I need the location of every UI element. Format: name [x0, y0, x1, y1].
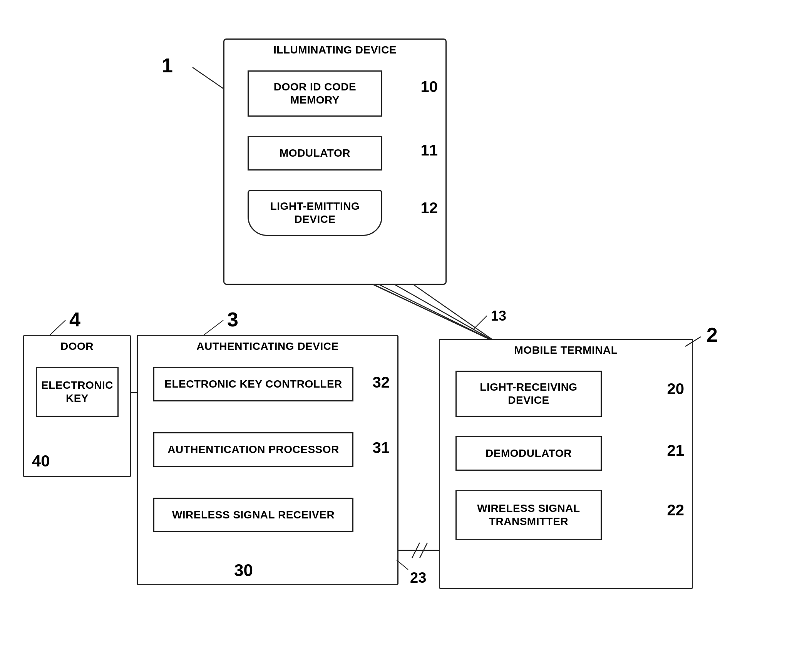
authentication-processor-box: AUTHENTICATION PROCESSOR	[153, 432, 353, 467]
wireless-signal-receiver-box: WIRELESS SIGNAL RECEIVER	[153, 498, 353, 532]
ref-21: 21	[667, 442, 685, 459]
authenticating-device-box: AUTHENTICATING DEVICE ELECTRONIC KEY CON…	[137, 335, 398, 585]
svg-line-26	[474, 316, 487, 329]
door-id-code-memory-box: DOOR ID CODE MEMORY	[248, 70, 382, 117]
svg-line-28	[50, 320, 65, 335]
ref-22: 22	[667, 502, 685, 519]
electronic-key-controller-label: ELECTRONIC KEY CONTROLLER	[164, 378, 342, 391]
ref-23: 23	[410, 570, 426, 586]
ref-40: 40	[32, 452, 50, 470]
door-title: DOOR	[24, 340, 130, 353]
ref-3: 3	[227, 308, 238, 331]
door-id-code-memory-label: DOOR ID CODE MEMORY	[274, 80, 356, 106]
light-emitting-device-box: LIGHT-EMITTING DEVICE	[248, 190, 382, 236]
authentication-processor-label: AUTHENTICATION PROCESSOR	[167, 443, 339, 456]
ref-2: 2	[707, 323, 718, 346]
ref-30: 30	[234, 561, 253, 580]
mobile-terminal-title: MOBILE TERMINAL	[440, 344, 692, 357]
ref-11: 11	[421, 142, 438, 159]
authenticating-device-title: AUTHENTICATING DEVICE	[138, 340, 397, 353]
svg-line-15	[412, 543, 420, 558]
svg-line-16	[420, 543, 427, 558]
demodulator-box: DEMODULATOR	[455, 436, 602, 471]
light-receiving-device-label: LIGHT-RECEIVING DEVICE	[480, 381, 577, 406]
illuminating-device-title: ILLUMINATING DEVICE	[224, 43, 445, 57]
ref-1: 1	[162, 54, 173, 77]
ref-32: 32	[373, 374, 390, 391]
wireless-signal-transmitter-label: WIRELESS SIGNAL TRANSMITTER	[477, 502, 580, 528]
ref-13: 13	[491, 308, 506, 324]
door-box: DOOR ELECTRONIC KEY 40	[23, 335, 131, 477]
ref-31: 31	[373, 439, 390, 456]
wireless-signal-transmitter-box: WIRELESS SIGNAL TRANSMITTER	[455, 490, 602, 540]
modulator-label: MODULATOR	[280, 147, 350, 160]
light-emitting-device-label: LIGHT-EMITTING DEVICE	[270, 200, 360, 226]
wireless-signal-receiver-label: WIRELESS SIGNAL RECEIVER	[172, 508, 335, 522]
mobile-terminal-box: MOBILE TERMINAL LIGHT-RECEIVING DEVICE 2…	[439, 339, 693, 589]
demodulator-label: DEMODULATOR	[486, 447, 572, 460]
electronic-key-controller-box: ELECTRONIC KEY CONTROLLER	[153, 367, 353, 401]
svg-line-27	[204, 320, 223, 335]
ref-12: 12	[421, 199, 438, 217]
svg-line-24	[193, 67, 223, 89]
ref-20: 20	[667, 380, 685, 398]
illuminating-device-box: ILLUMINATING DEVICE DOOR ID CODE MEMORY …	[223, 38, 447, 285]
electronic-key-box: ELECTRONIC KEY	[36, 367, 119, 417]
light-receiving-device-box: LIGHT-RECEIVING DEVICE	[455, 371, 602, 417]
modulator-box: MODULATOR	[248, 136, 382, 171]
diagram: ILLUMINATING DEVICE DOOR ID CODE MEMORY …	[0, 0, 812, 652]
electronic-key-label: ELECTRONIC KEY	[41, 379, 113, 405]
ref-4: 4	[69, 308, 80, 331]
ref-10: 10	[421, 78, 438, 95]
